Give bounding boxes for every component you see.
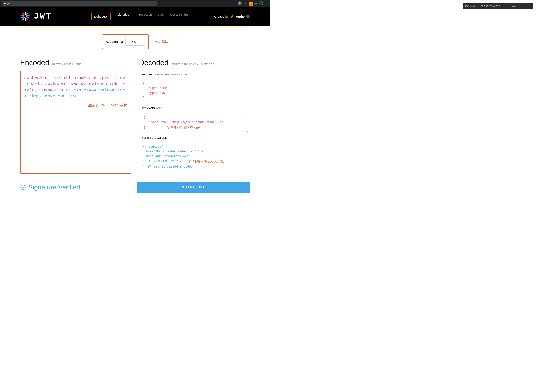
sig-line2: base64UrlEncode(payload), [143,154,246,159]
secret-annotation: 填写刚获得的 secret 结果 [187,159,224,164]
decoded-header-panel: HEADER: ALGORITHM & TOKEN TYPE { "alg": … [139,71,250,104]
address-bar[interactable]: jwt.io [2,1,158,6]
nav-tshirt[interactable]: Get a T-shirt! [170,13,188,20]
encoded-token-box[interactable]: eyJhbGciOiJIUzI1NiIsInR5cCI6IkpXVCJ9.eyJ… [20,71,131,174]
ext-grid-icon[interactable]: ⠿ [265,1,268,5]
sig-line1: base64UrlEncode(header) + "." + [143,149,246,154]
secret-b64-label: secret base64 encoded [154,165,193,169]
signature-verified-text: Signature Verified [28,184,80,191]
encoded-annotation: 生成的 JWT Token 令牌 [24,103,127,108]
help-icon[interactable]: ? [246,15,250,18]
encoded-token[interactable]: eyJhbGciOiJIUzI1NiIsInR5cCI6IkpXVCJ9.eyJ… [24,75,127,99]
decoded-column: Decoded EDIT THE PAYLOAD AND SECRET HEAD… [139,58,250,174]
decoded-title-row: Decoded EDIT THE PAYLOAD AND SECRET [139,58,250,67]
zoom-icon[interactable] [238,1,242,5]
decoded-payload-panel: PAYLOAD: DATA { "iss": "VbC63YmEg57fgVSL… [139,104,250,134]
decoded-signature-heading: VERIFY SIGNATURE [139,134,250,142]
nav-menu: Debugger Libraries Introduction Ask Get … [91,13,188,20]
algorithm-highlight-box: ALGORITHM HS256 ⌄ [102,35,149,49]
footer-row: Signature Verified SHARE JWT [20,182,250,193]
nav-debugger[interactable]: Debugger [91,13,111,20]
nav-ask[interactable]: Ask [158,13,164,20]
algorithm-value: HS256 [128,40,136,44]
encoded-column: Encoded PASTE A TOKEN HERE eyJhbGciOiJIU… [20,58,131,174]
sig-close-row: ) secret base64 encoded [143,164,246,169]
browser-toolbar: jwt.io ☆ ◯1 ◆ ✓ ⠿ [0,0,270,7]
lock-icon [4,2,6,4]
auth0-text[interactable]: Auth0 [236,15,245,18]
decoded-subtitle: EDIT THE PAYLOAD AND SECRET [171,63,214,66]
svg-line-1 [240,4,241,4]
ext-check-icon[interactable]: ✓ [259,1,263,5]
encoded-title: Encoded [20,58,49,67]
encoded-subtitle: PASTE A TOKEN HERE [52,63,81,66]
svg-rect-3 [25,18,26,21]
decoded-signature-panel: VERIFY SIGNATURE HMACSHA256( base64UrlEn… [139,134,250,173]
payload-annotation: 填写刚获得的 key 结果 [167,125,200,129]
sig-fn: HMACSHA256( [143,144,246,149]
decoded-signature-body: HMACSHA256( base64UrlEncode(header) + ".… [139,142,250,173]
secret-input[interactable]: xtgiCmCLtF7khq7SoAsr [146,159,181,165]
crafted-label: Crafted by [214,15,228,18]
svg-point-12 [20,185,25,190]
check-circle-icon [20,185,26,190]
decoded-title: Decoded [139,58,168,67]
algorithm-row: ALGORITHM HS256 ⌄ 签名算法 [0,35,270,49]
auth0-icon [230,14,234,18]
chevron-down-icon: ⌄ [141,41,143,43]
decoded-payload-json[interactable]: { "iss": "VbC63YmEg57fgVSLsKsrBHcVe9nu9X… [141,113,248,132]
encoded-title-row: Encoded PASTE A TOKEN HERE [20,58,131,67]
decoded-header-heading: HEADER: ALGORITHM & TOKEN TYPE [139,71,250,78]
token-header-segment: eyJhbGciOiJIUzI1NiIsInR5cCI6IkpXVCJ9 [24,76,117,80]
ext-firebug-icon[interactable]: ◯1 [249,1,252,5]
logo-icon [20,12,30,21]
signature-verified: Signature Verified [20,184,80,191]
decoded-header-json[interactable]: { "alg": "HS256", "typ": "JWT" } [139,78,250,104]
secret-b64-checkbox[interactable] [148,165,151,168]
nav-libraries[interactable]: Libraries [117,13,129,20]
browser-extensions: ☆ ◯1 ◆ ✓ ⠿ [238,1,268,5]
bookmark-star-icon[interactable]: ☆ [243,1,247,5]
decoded-payload-heading: PAYLOAD: DATA [139,104,250,112]
algorithm-label: ALGORITHM [106,40,123,44]
ext-diamond-icon[interactable]: ◆ [254,1,258,5]
url-text: jwt.io [7,2,13,5]
algorithm-annotation: 签名算法 [155,40,168,44]
crafted-by: Crafted by Auth0 ? [214,14,250,18]
top-nav: JWT Debugger Libraries Introduction Ask … [0,7,270,26]
logo-text: JWT [34,12,52,21]
svg-point-0 [239,2,240,4]
jwt-logo[interactable]: JWT [20,12,52,21]
svg-rect-2 [25,12,26,15]
warning-banner [20,26,250,28]
algorithm-select[interactable]: HS256 ⌄ [125,38,145,45]
share-jwt-button[interactable]: SHARE JWT [137,182,250,193]
nav-introduction[interactable]: Introduction [136,13,152,20]
